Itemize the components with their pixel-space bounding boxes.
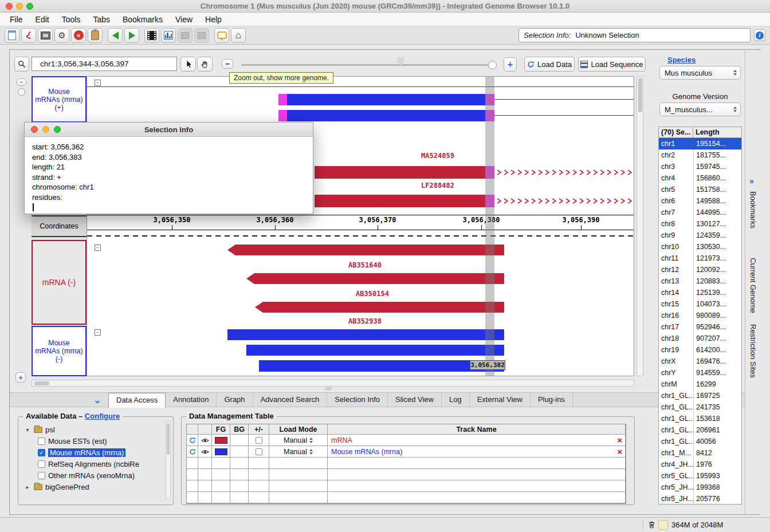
garbage-collect-icon[interactable] <box>647 521 656 529</box>
chromosome-row[interactable]: chrX 169476... <box>659 356 741 367</box>
tree-item-other-mrnas[interactable]: Other mRNAs (xenoMrna) <box>38 470 173 481</box>
track-label-mrna-reverse[interactable]: mRNA (-) <box>32 240 87 325</box>
dm-fg-color-cell[interactable] <box>212 446 230 458</box>
reverse-blue-feature[interactable] <box>246 345 504 356</box>
chevron-right-icon[interactable]: ▸ <box>24 484 31 490</box>
chromosome-row[interactable]: chr2 181755... <box>659 149 741 161</box>
reverse-blue-feature[interactable] <box>227 329 504 340</box>
tree-item-mouse-mrnas[interactable]: ✓ Mouse mRNAs (mrna) <box>38 447 173 458</box>
chromosome-row[interactable]: chr9 124359... <box>659 230 741 241</box>
vertical-scrollbar-thumb[interactable] <box>638 78 642 112</box>
bottom-tab[interactable]: Data Access <box>108 393 166 408</box>
checkbox-unchecked[interactable] <box>38 460 45 468</box>
tree-scrollbar[interactable] <box>166 421 171 499</box>
checkbox-unchecked[interactable] <box>256 448 262 455</box>
bottom-tab[interactable]: Log <box>442 393 470 408</box>
graph-tool-button[interactable] <box>161 28 176 43</box>
chromosome-row[interactable]: chr10 130530... <box>659 241 741 253</box>
dm-load-mode-select[interactable]: Manual <box>269 435 328 446</box>
track-collapse-toggle[interactable]: − <box>95 80 101 86</box>
hand-tool-button[interactable] <box>197 57 213 72</box>
bottom-tab[interactable]: Annotation <box>166 393 217 408</box>
chromosome-row[interactable]: chrY 914559... <box>659 367 741 379</box>
chromosome-row[interactable]: chr12 120092... <box>659 264 741 275</box>
genome-canvas[interactable]: − − − MA524059 LF288482 3,056,350 <box>87 76 634 376</box>
chromosome-table-header[interactable]: (70) Se... Length <box>659 127 741 138</box>
back-button[interactable] <box>108 28 123 43</box>
dna-tool-button[interactable] <box>21 28 36 43</box>
dm-bg-color-cell[interactable] <box>230 446 249 458</box>
chevron-down-icon[interactable]: ▾ <box>24 427 31 433</box>
species-select[interactable]: Mus musculus <box>659 66 741 80</box>
track-label-forward[interactable]: Mouse mRNAs (mrna) (+) <box>32 76 87 123</box>
chromosome-row[interactable]: chr5_JH... 205776 <box>659 493 741 505</box>
cancel-button[interactable]: × <box>71 28 86 43</box>
vertical-zoom-out-button[interactable]: − <box>17 78 26 86</box>
dm-fg-color-cell[interactable] <box>212 435 230 446</box>
selection-info-field[interactable]: Selection Info: Unknown Selection <box>518 28 751 42</box>
bottom-tab[interactable]: External View <box>470 393 531 408</box>
load-sequence-button[interactable]: Load Sequence <box>578 57 646 72</box>
checkbox-unchecked[interactable] <box>256 437 262 444</box>
chromosome-row[interactable]: chr1_GL... 206961 <box>659 424 741 436</box>
chromosome-row[interactable]: chr19 614200... <box>659 344 741 356</box>
dm-visibility-button[interactable] <box>198 446 212 458</box>
reverse-blue-feature[interactable] <box>259 360 504 372</box>
reverse-red-feature[interactable] <box>227 245 504 255</box>
new-tab-button[interactable] <box>5 28 19 43</box>
checkbox-unchecked[interactable] <box>38 472 45 479</box>
collapse-tabs-button[interactable]: ⌄ <box>88 394 107 406</box>
dm-track-name-cell[interactable]: Mouse mRNAs (mrna)× <box>328 446 626 458</box>
clipboard-button[interactable] <box>88 28 103 43</box>
chromosome-row[interactable]: chr4_JH... 1976 <box>659 459 741 470</box>
dm-refresh-button[interactable] <box>187 446 198 458</box>
chromosome-row[interactable]: chr1_GL... 169725 <box>659 390 741 401</box>
dm-strand-cell[interactable] <box>249 446 269 458</box>
track-collapse-toggle[interactable]: − <box>95 329 101 336</box>
selection-info-window[interactable]: Selection Info start: 3,056,362end: 3,05… <box>24 122 313 214</box>
chromosome-row[interactable]: chr1_M... 8412 <box>659 447 741 459</box>
horizontal-scrollbar[interactable] <box>32 380 634 387</box>
vertical-zoom-in-button[interactable]: + <box>15 372 26 383</box>
menu-item[interactable]: Bookmarks <box>116 13 169 26</box>
dm-refresh-button[interactable] <box>187 435 198 446</box>
menu-item[interactable]: File <box>3 13 29 26</box>
menu-item[interactable]: View <box>169 13 199 26</box>
tree-item-refseq[interactable]: RefSeq Alignments (ncbiRe <box>38 458 173 470</box>
chromosome-row[interactable]: chr8 130127... <box>659 218 741 230</box>
menu-item[interactable]: Edit <box>29 13 56 26</box>
checkbox-unchecked[interactable] <box>38 438 45 445</box>
dm-visibility-button[interactable] <box>198 435 212 446</box>
feedback-button[interactable] <box>214 28 229 43</box>
delete-track-button[interactable]: × <box>617 436 622 444</box>
info-button[interactable]: i <box>754 29 765 41</box>
dm-load-mode-select[interactable]: Manual <box>269 446 328 458</box>
chromosome-row[interactable]: chr1_GL... 241735 <box>659 401 741 413</box>
chromosome-row[interactable]: chr18 907207... <box>659 333 741 344</box>
chromosome-row[interactable]: chrM 16299 <box>659 379 741 390</box>
side-tab-bookmarks[interactable]: Bookmarks <box>749 191 757 228</box>
home-button[interactable]: ⌂ <box>231 28 246 43</box>
tree-folder-biggenepred[interactable]: ▸ bigGenePred <box>24 481 173 492</box>
chromosome-row[interactable]: chr1_GL... 40056 <box>659 436 741 447</box>
genome-version-select[interactable]: M_musculus... <box>659 103 741 116</box>
bottom-tab[interactable]: Sliced View <box>388 393 442 408</box>
chromosome-row[interactable]: chr11 121973... <box>659 253 741 264</box>
chromosome-row[interactable]: chr1 195154... <box>659 138 741 149</box>
track-label-coordinates[interactable]: Coordinates <box>32 215 87 237</box>
bottom-tab[interactable]: Selection Info <box>327 393 388 408</box>
tree-folder-psl[interactable]: ▾ psl <box>24 424 173 435</box>
zoom-out-button[interactable]: − <box>222 59 233 69</box>
side-tab-current-genome[interactable]: Current Genome <box>749 258 757 313</box>
popup-zoom-button[interactable] <box>54 126 61 133</box>
pointer-tool-button[interactable] <box>180 57 196 72</box>
chromosome-row[interactable]: chr17 952946... <box>659 321 741 333</box>
tree-scrollbar-thumb[interactable] <box>167 423 170 455</box>
vertical-zoom-knob[interactable] <box>18 88 25 96</box>
bottom-tab[interactable]: Plug-ins <box>531 393 573 408</box>
forward-button[interactable] <box>124 28 139 43</box>
vertical-scrollbar[interactable] <box>637 76 643 376</box>
bottom-tab[interactable]: Graph <box>217 393 253 408</box>
tree-item-mouse-ests[interactable]: Mouse ESTs (est) <box>38 435 173 447</box>
dm-bg-color-cell[interactable] <box>230 435 249 446</box>
